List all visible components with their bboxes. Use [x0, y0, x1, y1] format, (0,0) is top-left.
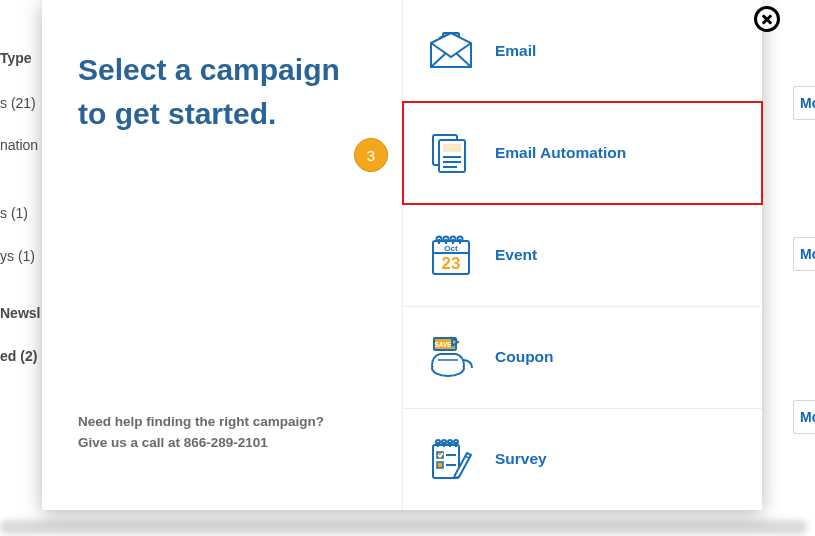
svg-text:23: 23 [442, 254, 461, 273]
option-label: Survey [495, 450, 547, 468]
option-label: Coupon [495, 348, 554, 366]
sidebar-item[interactable]: ys (1) [0, 248, 35, 264]
email-icon [427, 27, 475, 75]
svg-text:SAVE: SAVE [434, 341, 452, 348]
modal-title-line1: Select a campaign [78, 53, 340, 86]
event-icon: Oct 23 [427, 231, 475, 279]
modal-title-line2: to get started. [78, 97, 276, 130]
more-button[interactable]: Mo [793, 86, 815, 120]
sidebar-item[interactable]: ed (2) [0, 348, 37, 364]
help-line1: Need help finding the right campaign? [78, 414, 324, 429]
sidebar-item[interactable]: Newsl [0, 305, 40, 321]
step-badge: 3 [354, 138, 388, 172]
help-line2: Give us a call at 866-289-2101 [78, 435, 268, 450]
campaign-type-modal: Select a campaign to get started. Need h… [42, 0, 762, 510]
more-button[interactable]: Mo [793, 237, 815, 271]
svg-text:Oct: Oct [444, 244, 458, 253]
option-coupon[interactable]: SAVE Coupon [403, 307, 762, 409]
sidebar-item[interactable]: s (21) [0, 95, 36, 111]
option-survey[interactable]: Survey [403, 409, 762, 510]
sidebar-item[interactable]: nation [0, 137, 38, 153]
option-event[interactable]: Oct 23 Event [403, 204, 762, 306]
svg-rect-34 [437, 462, 443, 468]
option-email[interactable]: Email [403, 0, 762, 102]
email-automation-icon [427, 129, 475, 177]
more-button[interactable]: Mo [793, 400, 815, 434]
option-label: Event [495, 246, 537, 264]
modal-options-list: Email Email Automation [402, 0, 762, 510]
sidebar-item[interactable]: s (1) [0, 205, 28, 221]
survey-icon [427, 435, 475, 483]
sidebar-heading-type: Type [0, 50, 32, 66]
close-button[interactable] [754, 6, 780, 32]
modal-title: Select a campaign to get started. [78, 48, 366, 135]
option-email-automation[interactable]: Email Automation [403, 102, 762, 204]
shadow-decoration [0, 520, 807, 534]
option-label: Email [495, 42, 536, 60]
option-label: Email Automation [495, 144, 626, 162]
coupon-icon: SAVE [427, 333, 475, 381]
modal-left-panel: Select a campaign to get started. Need h… [42, 0, 402, 510]
help-text: Need help finding the right campaign? Gi… [78, 411, 366, 454]
svg-rect-4 [443, 144, 461, 152]
